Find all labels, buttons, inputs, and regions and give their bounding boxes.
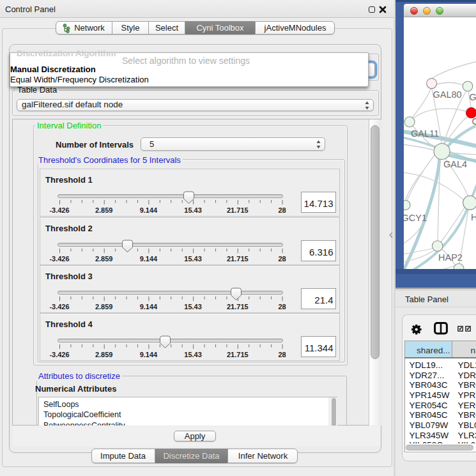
- svg-text:GAL7: GAL7: [470, 92, 476, 102]
- svg-text:GAL4: GAL4: [443, 159, 467, 169]
- svg-text:GAL80: GAL80: [433, 89, 462, 100]
- svg-text:GCY1: GCY1: [404, 213, 427, 223]
- svg-text:HAP2: HAP2: [438, 252, 463, 263]
- svg-text:HI: HI: [471, 212, 476, 222]
- svg-text:GAL11: GAL11: [411, 128, 439, 139]
- svg-text:CY: CY: [472, 116, 476, 127]
